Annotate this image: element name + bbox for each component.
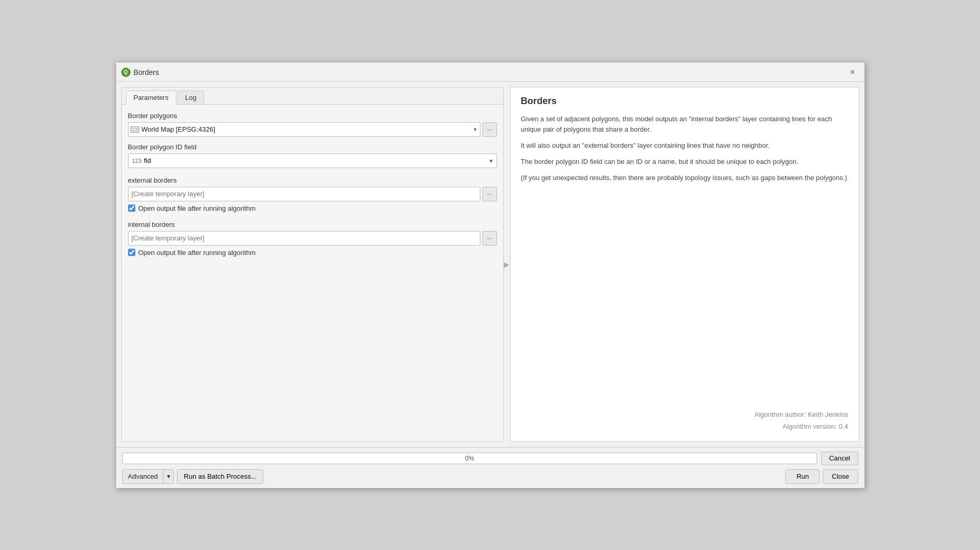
cancel-button[interactable]: Cancel: [821, 452, 858, 465]
right-actions: Run Close: [785, 469, 858, 484]
help-paragraph4: (If you get unexpected results, then the…: [521, 173, 848, 184]
external-borders-checkbox-row: Open output file after running algorithm: [128, 204, 497, 212]
internal-borders-row: ···: [128, 231, 497, 246]
internal-borders-checkbox-row: Open output file after running algorithm: [128, 249, 497, 257]
external-borders-browse-button[interactable]: ···: [482, 187, 497, 201]
border-polygons-select-wrapper[interactable]: World Map [EPSG:4326] ▼ World Map [EPSG:…: [128, 122, 480, 137]
external-borders-row: ···: [128, 187, 497, 201]
close-dialog-button[interactable]: Close: [823, 469, 858, 484]
help-meta: Algorithm author: Keith Jenkins Algorith…: [521, 408, 848, 433]
bottom-bar: 0% Cancel Advanced ▼ Run as Batch Proces…: [116, 447, 864, 488]
chevron-down-icon: ▼: [163, 469, 173, 484]
qgis-icon: Q: [121, 68, 131, 77]
border-polygon-id-row: fid 123 ▼: [128, 154, 497, 168]
dialog-window: Q Borders × Parameters Log Border polygo…: [116, 62, 865, 489]
border-polygons-browse-button[interactable]: ···: [482, 122, 497, 137]
tab-log[interactable]: Log: [177, 91, 205, 104]
help-paragraph2: It will also output an "external borders…: [521, 140, 848, 151]
internal-borders-input[interactable]: [128, 231, 480, 246]
internal-open-label[interactable]: Open output file after running algorithm: [138, 249, 256, 257]
help-paragraph1: Given a set of adjacent polygons, this m…: [521, 114, 848, 136]
batch-process-button[interactable]: Run as Batch Process...: [177, 469, 263, 484]
right-panel: Borders Given a set of adjacent polygons…: [510, 87, 859, 442]
title-bar-left: Q Borders: [121, 68, 159, 77]
border-polygon-id-label: Border polygon ID field: [128, 143, 497, 151]
algorithm-version: Algorithm version: 0.4: [521, 420, 848, 432]
window-title: Borders: [134, 68, 159, 76]
left-actions: Advanced ▼ Run as Batch Process...: [122, 469, 263, 484]
external-borders-input[interactable]: [128, 187, 480, 201]
external-open-checkbox[interactable]: [128, 204, 135, 212]
help-title: Borders: [521, 96, 848, 107]
border-polygon-id-combo-wrapper: fid 123 ▼: [128, 154, 497, 168]
internal-borders-label: internal borders: [128, 221, 497, 228]
external-borders-label: external borders: [128, 176, 497, 184]
advanced-button[interactable]: Advanced ▼: [122, 469, 174, 484]
run-button[interactable]: Run: [785, 469, 820, 484]
advanced-label: Advanced: [123, 469, 163, 484]
border-polygon-id-select[interactable]: fid: [128, 154, 497, 168]
progress-label: 0%: [465, 455, 474, 462]
tab-parameters[interactable]: Parameters: [126, 91, 176, 105]
divider-icon: ▶: [504, 260, 510, 268]
content-area: Parameters Log Border polygons World Map…: [116, 82, 864, 447]
internal-borders-browse-button[interactable]: ···: [482, 231, 497, 246]
progress-bar: 0%: [122, 453, 818, 464]
external-open-label[interactable]: Open output file after running algorithm: [138, 204, 256, 212]
progress-row: 0% Cancel: [122, 452, 858, 465]
left-panel: Parameters Log Border polygons World Map…: [121, 87, 504, 442]
border-polygons-label: Border polygons: [128, 112, 497, 120]
algorithm-author: Algorithm author: Keith Jenkins: [521, 408, 848, 420]
actions-row: Advanced ▼ Run as Batch Process... Run C…: [122, 469, 858, 484]
title-bar: Q Borders ×: [116, 62, 864, 82]
help-paragraph3: The border polygon ID field can be an ID…: [521, 157, 848, 168]
window-close-button[interactable]: ×: [847, 67, 858, 78]
border-polygons-row: World Map [EPSG:4326] ▼ World Map [EPSG:…: [128, 122, 497, 137]
tabs-bar: Parameters Log: [122, 87, 503, 105]
panel-divider: ▶: [504, 87, 510, 442]
internal-open-checkbox[interactable]: [128, 249, 135, 256]
parameters-panel: Border polygons World Map [EPSG:4326] ▼ …: [122, 105, 503, 441]
